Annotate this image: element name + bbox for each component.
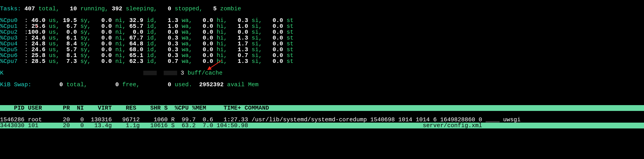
- tasks-label: Tasks:: [0, 5, 21, 12]
- mem-line-truncated: K 3 buff/cache: [0, 70, 644, 76]
- blank-line: [0, 94, 644, 99]
- cpu-line: %Cpu7 : 28.5 us, 7.3 sy, 0.0 ni, 62.3 id…: [0, 58, 644, 64]
- cpu-line: %Cpu4 : 24.8 us, 8.4 sy, 0.0 ni, 64.8 id…: [0, 41, 644, 47]
- redacted-block: [143, 71, 157, 75]
- cpu-line: %Cpu2 :100.0 us, 0.0 sy, 0.0 ni, 0.0 id,…: [0, 29, 644, 35]
- process-header: PID USER PR NI VIRT RES SHR S %CPU %MEM …: [0, 105, 644, 111]
- cpu-line: %Cpu0 : 46.0 us, 19.5 sy, 0.0 ni, 32.9 i…: [0, 18, 644, 23]
- cpu-line: %Cpu1 : 25.6 us, 6.7 sy, 0.0 ni, 65.7 id…: [0, 23, 644, 29]
- process-row[interactable]: 1546286 root 20 0 130316 96712 1060 R 99…: [0, 117, 644, 123]
- cpu-line: %Cpu5 : 24.6 us, 5.7 sy, 0.0 ni, 68.0 id…: [0, 47, 644, 53]
- redacted-block: [164, 71, 177, 75]
- process-row[interactable]: 3443030 101 20 0 13.4g 1.1g 10616 S 63.2…: [0, 123, 644, 128]
- cpu-line: %Cpu6 : 25.8 us, 8.1 sy, 0.0 ni, 65.1 id…: [0, 53, 644, 58]
- swap-line: KiB Swap: 0 total, 0 free, 0 used. 29523…: [0, 82, 644, 88]
- tasks-line: Tasks: 407 total, 10 running, 392 sleepi…: [0, 6, 644, 12]
- cpu-line: %Cpu3 : 24.6 us, 6.1 sy, 0.0 ni, 67.7 id…: [0, 35, 644, 41]
- terminal-output: Tasks: 407 total, 10 running, 392 sleepi…: [0, 0, 644, 134]
